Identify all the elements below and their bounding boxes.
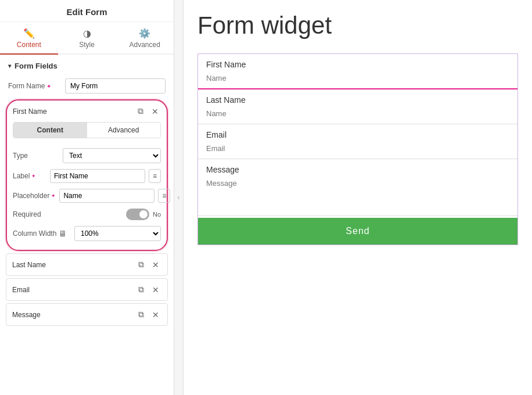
delete-button-first-name[interactable]: ✕	[149, 106, 161, 117]
field-header-first-name: First Name ⧉ ✕	[7, 100, 167, 122]
advanced-icon: ⚙️	[139, 28, 150, 39]
prop-label-label: Label ✦	[13, 172, 46, 180]
prop-row-required: Required No	[13, 206, 161, 223]
delete-button-email[interactable]: ✕	[150, 284, 161, 296]
content-icon: ✏️	[23, 28, 35, 39]
prop-type-label: Type	[13, 152, 59, 160]
form-name-label: Form Name ✦	[8, 82, 60, 90]
placeholder-dynamic-icon: ✦	[51, 193, 56, 199]
prop-placeholder-label: Placeholder ✦	[13, 192, 56, 200]
prop-type-select[interactable]: Text Email Textarea	[63, 148, 161, 163]
form-name-row: Form Name ✦	[0, 75, 174, 97]
field-header-message: Message ⧉ ✕	[6, 304, 167, 325]
prop-required-label: Required	[13, 210, 59, 218]
required-toggle[interactable]	[126, 209, 149, 220]
preview-label-message: Message	[198, 159, 517, 175]
copy-button-email[interactable]: ⧉	[136, 283, 146, 296]
label-dynamic-icon: ✦	[31, 173, 36, 179]
collapse-chevron-icon: ‹	[178, 193, 180, 202]
field-list: First Name ⧉ ✕ Content Advanced Type Tex…	[0, 97, 174, 395]
copy-button-message[interactable]: ⧉	[136, 308, 146, 321]
required-toggle-value: No	[153, 211, 161, 218]
tab-content[interactable]: ✏️ Content	[0, 22, 58, 55]
sub-tab-content[interactable]: Content	[13, 123, 87, 138]
tabs-bar: ✏️ Content ◑ Style ⚙️ Advanced	[0, 22, 174, 55]
monitor-icon: 🖥	[59, 229, 67, 238]
field-label-email: Email	[12, 286, 132, 294]
form-name-dynamic-icon: ✦	[46, 83, 51, 89]
prop-col-width-label: Column Width 🖥	[13, 229, 71, 238]
preview-input-last-name[interactable]	[198, 106, 517, 124]
tab-content-label: Content	[17, 41, 41, 49]
style-icon: ◑	[83, 28, 91, 39]
section-header: ▾ Form Fields	[0, 55, 174, 75]
field-props: Type Text Email Textarea Label ✦ ≡	[7, 143, 167, 250]
tab-style[interactable]: ◑ Style	[58, 22, 116, 53]
prop-row-type: Type Text Email Textarea	[13, 145, 161, 166]
preview-input-message[interactable]	[198, 175, 517, 216]
tab-style-label: Style	[79, 41, 95, 49]
field-item-last-name: Last Name ⧉ ✕	[6, 253, 168, 276]
prop-placeholder-input[interactable]	[59, 189, 154, 203]
preview-label-last-name: Last Name	[198, 89, 517, 106]
field-label-last-name: Last Name	[12, 261, 132, 269]
prop-placeholder-list-btn[interactable]: ≡	[158, 189, 170, 203]
copy-button-last-name[interactable]: ⧉	[136, 258, 146, 271]
preview-field-last-name: Last Name	[198, 89, 517, 124]
preview-field-first-name: First Name	[198, 54, 517, 89]
panel-collapse-handle[interactable]: ‹	[174, 0, 184, 395]
prop-row-col-width: Column Width 🖥 100% 50% 33% 25%	[13, 223, 161, 244]
prop-row-label: Label ✦ ≡	[13, 166, 161, 186]
section-title: Form Fields	[15, 62, 57, 70]
delete-button-message[interactable]: ✕	[150, 309, 161, 321]
field-item-first-name: First Name ⧉ ✕ Content Advanced Type Tex…	[6, 99, 168, 251]
preview-field-message: Message	[198, 159, 517, 218]
tab-advanced[interactable]: ⚙️ Advanced	[116, 22, 174, 53]
form-preview: First Name Last Name Email Message Send	[197, 53, 518, 245]
form-name-input[interactable]	[65, 78, 166, 94]
field-header-email: Email ⧉ ✕	[6, 279, 167, 300]
collapse-arrow-icon[interactable]: ▾	[8, 63, 11, 69]
field-header-last-name: Last Name ⧉ ✕	[6, 254, 167, 275]
copy-button-first-name[interactable]: ⧉	[135, 105, 146, 117]
field-sub-tabs: Content Advanced	[13, 122, 161, 138]
sub-tab-advanced[interactable]: Advanced	[87, 123, 161, 138]
preview-label-email: Email	[198, 124, 517, 141]
delete-button-last-name[interactable]: ✕	[150, 259, 161, 271]
field-label-message: Message	[12, 311, 132, 319]
preview-label-first-name: First Name	[198, 54, 517, 70]
prop-col-width-select[interactable]: 100% 50% 33% 25%	[74, 226, 161, 241]
field-item-message: Message ⧉ ✕	[6, 303, 168, 326]
right-panel: Form widget First Name Last Name Email M…	[184, 0, 532, 395]
field-item-email: Email ⧉ ✕	[6, 278, 168, 301]
required-toggle-wrap: No	[126, 209, 161, 220]
tab-advanced-label: Advanced	[129, 41, 160, 49]
prop-label-list-btn[interactable]: ≡	[149, 169, 161, 183]
preview-title: Form widget	[197, 12, 518, 40]
preview-input-first-name[interactable]	[198, 70, 517, 89]
preview-input-email[interactable]	[198, 141, 517, 159]
left-panel: Edit Form ✏️ Content ◑ Style ⚙️ Advanced…	[0, 0, 174, 395]
panel-title: Edit Form	[0, 0, 174, 22]
send-button[interactable]: Send	[198, 218, 517, 245]
field-label-first-name: First Name	[13, 107, 132, 116]
prop-row-placeholder: Placeholder ✦ ≡	[13, 186, 161, 206]
preview-field-email: Email	[198, 124, 517, 159]
prop-label-input[interactable]	[50, 169, 145, 183]
